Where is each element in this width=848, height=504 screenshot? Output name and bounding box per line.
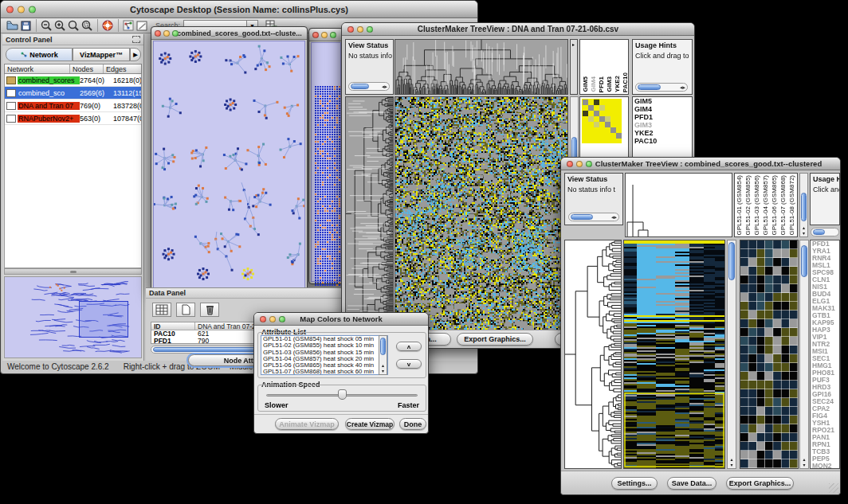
gene-name[interactable]: MON2 — [811, 463, 839, 469]
minimize-icon[interactable] — [163, 30, 170, 37]
tv2-column-label[interactable]: GPL51-03 (GSM856) — [753, 175, 762, 236]
gene-name[interactable]: GIM3 — [633, 121, 692, 129]
tv1-column-label[interactable]: PFD1 — [598, 76, 606, 92]
network-tool-icon[interactable] — [122, 19, 135, 32]
panel-splitter[interactable] — [4, 268, 142, 275]
zoom-window-icon[interactable] — [330, 32, 336, 38]
tv2-usage-hscrollbar[interactable] — [811, 228, 839, 236]
tv2-row-dendrogram[interactable] — [564, 240, 622, 469]
scrollbar-arrows[interactable]: ▴▾ — [379, 363, 387, 374]
zoom-window-icon[interactable] — [367, 26, 373, 33]
attribute-list-item[interactable]: GPL51-07 (GSM868) heat shock 60 min — [261, 369, 387, 375]
close-icon[interactable] — [312, 32, 319, 38]
close-icon[interactable] — [567, 161, 573, 167]
gene-name[interactable]: PAC10 — [633, 137, 692, 145]
tv2-export-graphics-button[interactable]: Export Graphics... — [726, 477, 794, 490]
tv2-genelist-vscrollbar[interactable]: ▴▾ — [799, 240, 809, 469]
network-table-header[interactable]: Network Nodes Edges — [4, 64, 142, 74]
tv2-gene-list[interactable]: PFD1YRA1RNR4MSL1SPC98CLN1NIS1BUD4ELG1MAK… — [810, 240, 840, 469]
tv2-column-label[interactable]: GPL51-07 (GSM868) — [779, 175, 788, 236]
dialog-titlebar[interactable]: Map Colors to Network — [254, 313, 428, 326]
network-b-grid-canvas[interactable] — [314, 84, 341, 288]
scrollbar-thumb[interactable] — [801, 193, 807, 221]
birdseye-viewport-rect[interactable] — [79, 301, 128, 338]
network-b-canvas-area[interactable] — [311, 42, 341, 282]
tv1-column-label[interactable]: GIM3 — [606, 76, 614, 92]
tv2-column-label[interactable]: GPL51-02 (GSM855) — [744, 175, 753, 236]
zoom-window-icon[interactable] — [279, 316, 285, 322]
scrollbar-arrows[interactable]: ◂▸ — [611, 213, 617, 221]
close-icon[interactable] — [6, 6, 14, 13]
gene-name[interactable]: PFD1 — [633, 113, 692, 121]
tv1-scroll-strip[interactable]: ▸ — [570, 39, 578, 95]
tv2-column-dendrogram[interactable] — [625, 173, 732, 237]
minimize-icon[interactable] — [576, 161, 583, 167]
tv1-column-label[interactable]: PAC10 — [622, 72, 629, 92]
tv2-column-label[interactable]: GPL51-08 (GSM872) — [788, 175, 797, 236]
tv2-zoom-panel[interactable] — [740, 240, 799, 469]
tv2-row-dendrogram-canvas[interactable] — [565, 240, 621, 468]
tv2-save-data-button[interactable]: Save Data... — [667, 477, 716, 490]
attribute-table-icon[interactable] — [152, 303, 171, 317]
zoom-window-icon[interactable] — [172, 30, 179, 37]
scrollbar-arrows[interactable]: ◂▸ — [382, 83, 387, 91]
network-list-row[interactable]: combined_scores 2764(0) 16218(0) — [5, 74, 141, 87]
scrollbar-arrows[interactable]: ▴▾ — [800, 457, 808, 468]
network-list-row[interactable]: DNA and Tran 07 769(0) 183728(0) — [5, 100, 141, 112]
zoom-window-icon[interactable] — [29, 6, 36, 13]
tv1-zoom-heatmap-canvas[interactable] — [582, 99, 622, 143]
tv1-row-dendrogram[interactable] — [345, 96, 394, 331]
tv1-column-label[interactable]: GIM4 — [590, 76, 598, 92]
close-icon[interactable] — [155, 30, 161, 37]
attribute-list[interactable]: GPL51-01 (GSM854) heat shock 05 minGPL51… — [261, 335, 388, 375]
tab-vizmapper[interactable]: VizMapper™ — [73, 48, 130, 61]
network-list-row[interactable]: combined_sco 2569(6) 13112(15) — [5, 87, 141, 100]
network-a-canvas[interactable] — [154, 41, 304, 288]
tv1-status-hscrollbar[interactable]: ◂▸ — [348, 82, 390, 91]
minimize-icon[interactable] — [18, 6, 25, 13]
tv1-column-dendrogram[interactable] — [395, 39, 568, 95]
resize-grip[interactable] — [829, 483, 838, 493]
network-b-titlebar[interactable] — [309, 29, 343, 41]
col-nodes[interactable]: Nodes — [70, 64, 104, 73]
treeview2-titlebar[interactable]: ClusterMaker TreeView : combined_scores_… — [561, 158, 840, 170]
tv1-export-graphics-button[interactable]: Export Graphics... — [457, 333, 533, 346]
zoom-out-icon[interactable] — [40, 19, 53, 32]
gene-name[interactable]: YKE2 — [633, 129, 692, 137]
treeview1-titlebar[interactable]: ClusterMaker TreeView : DNA and Tran 07-… — [342, 23, 694, 36]
scrollbar-thumb[interactable] — [728, 242, 735, 280]
save-icon[interactable] — [19, 19, 33, 32]
animate-vizmap-button[interactable]: Animate Vizmap — [275, 418, 339, 430]
tv2-column-label[interactable]: GPL51-01 (GSM854) — [736, 175, 744, 236]
tv2-heatmap[interactable] — [623, 240, 725, 469]
new-attribute-icon[interactable] — [176, 303, 195, 317]
col-network[interactable]: Network — [5, 64, 70, 73]
minimize-icon[interactable] — [269, 316, 276, 322]
tv2-zoom-heatmap-canvas[interactable] — [740, 240, 798, 468]
scrollbar-thumb[interactable] — [380, 338, 386, 355]
done-button[interactable]: Done — [399, 418, 426, 430]
tv1-row-dendrogram-canvas[interactable] — [346, 97, 393, 330]
create-vizmap-button[interactable]: Create Vizmap — [345, 418, 395, 430]
tv2-column-label[interactable]: GPL51-04 (GSM857) — [762, 175, 771, 236]
main-titlebar[interactable]: Cytoscape Desktop (Session Name: collins… — [1, 1, 477, 18]
attribute-list-vscrollbar[interactable]: ▴▾ — [379, 335, 387, 375]
close-icon[interactable] — [260, 316, 266, 322]
gene-name[interactable]: GIM4 — [633, 105, 692, 113]
zoom-fit-icon[interactable] — [80, 19, 94, 32]
move-up-button[interactable]: ʌ — [396, 342, 422, 351]
minimize-icon[interactable] — [321, 32, 328, 38]
zoom-window-icon[interactable] — [586, 161, 592, 167]
zoom-selected-icon[interactable] — [67, 19, 80, 32]
tv2-heatmap-vscrollbar[interactable]: ▴▾ — [727, 240, 736, 469]
zoom-in-icon[interactable] — [53, 19, 67, 32]
tv1-column-label[interactable]: GIM5 — [582, 76, 590, 92]
scrollbar-thumb[interactable] — [801, 245, 807, 277]
gene-name[interactable]: GIM5 — [633, 97, 692, 105]
data-col-id[interactable]: ID — [151, 322, 195, 330]
tv1-heatmap-canvas[interactable] — [395, 97, 567, 330]
tv2-labels-vscrollbar[interactable]: ▴▾ — [799, 173, 808, 237]
scrollbar-arrows[interactable]: ▴▾ — [800, 225, 807, 236]
tv1-heatmap[interactable] — [395, 96, 568, 331]
tv2-heatmap-canvas[interactable] — [624, 240, 724, 468]
